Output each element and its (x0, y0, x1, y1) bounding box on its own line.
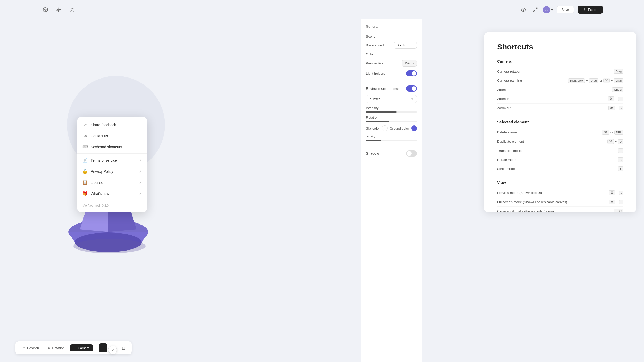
shortcut-preview: Preview mode (Show/Hide UI) ⌘ + \ (497, 188, 623, 197)
expand-icon[interactable] (531, 6, 539, 14)
key-r: R (618, 157, 623, 162)
key-cmd2: ⌘ (608, 96, 614, 101)
menu-item-keyboard-shortcuts[interactable]: ⌨ Keyboard shortcuts (77, 141, 147, 152)
ground-color-label: Ground color (390, 126, 409, 130)
avatar-dropdown[interactable]: ▾ (551, 8, 553, 12)
save-button[interactable]: Save (557, 6, 574, 13)
ground-color-picker[interactable] (411, 125, 417, 131)
terms-external-icon: ↗ (139, 159, 142, 162)
keyboard-shortcuts-label: Keyboard shortcuts (91, 145, 122, 149)
density-slider-row: 'ensity (361, 133, 422, 142)
light-helpers-toggle[interactable] (406, 70, 417, 76)
contact-us-icon: ✉ (82, 133, 88, 138)
shortcut-camera-rotation: Camera rotation Drag (497, 67, 623, 76)
key-cmd5: ⌘ (609, 190, 615, 195)
add-action[interactable]: + (99, 343, 107, 352)
env-select[interactable]: sunset ▾ (366, 95, 417, 103)
sky-color-picker[interactable] (382, 125, 388, 131)
svg-point-2 (71, 8, 73, 11)
menu-item-license[interactable]: 📋 License ↗ (77, 177, 147, 188)
svg-line-5 (71, 8, 71, 8)
svg-line-6 (73, 11, 74, 11)
whats-new-external-icon: ↗ (139, 192, 142, 195)
privacy-external-icon: ↗ (139, 170, 142, 173)
rotation-slider-row: Rotation (361, 114, 422, 124)
shortcuts-section-camera: Camera Camera rotation Drag Camera panni… (497, 59, 623, 113)
shortcuts-title: Shortcuts (497, 42, 623, 51)
view-section-title: View (497, 180, 623, 185)
avatar[interactable]: JE (543, 6, 550, 13)
lightning-icon[interactable] (55, 6, 63, 14)
position-icon: ⊕ (23, 346, 26, 350)
key-esc: ESC (614, 209, 623, 212)
key-backspace: ⌫ (602, 130, 609, 135)
camera-icon: ⊡ (73, 346, 76, 350)
divider (96, 345, 96, 351)
divider1 (361, 81, 422, 81)
perspective-value[interactable]: 15% ▾ (402, 60, 417, 67)
eye-icon[interactable] (519, 6, 528, 14)
svg-line-9 (71, 11, 71, 11)
light-helpers-label: Light helpers (366, 72, 385, 75)
shortcut-scale: Scale mode S (497, 164, 623, 173)
shadow-label: Shadow (366, 151, 379, 156)
svg-marker-1 (57, 7, 61, 12)
menu-item-share-feedback[interactable]: ↗ Share feedback (77, 119, 147, 130)
key-drag3: Drag (614, 78, 623, 83)
rotation-track[interactable] (366, 121, 417, 122)
key-wheel: Wheel (612, 87, 623, 92)
env-reset-button[interactable]: Reset (392, 87, 400, 91)
help-button[interactable]: ? (108, 346, 117, 354)
shortcut-transform: Transform mode T (497, 146, 623, 155)
density-fill (366, 140, 381, 141)
environment-toggle[interactable] (406, 85, 417, 92)
density-track[interactable] (366, 140, 417, 141)
key-rightclick: Right-click (568, 78, 585, 83)
key-drag2: Drag (589, 78, 599, 83)
square-action[interactable]: ◻ (119, 343, 128, 352)
shortcut-delete: Delete element ⌫ or DEL (497, 128, 623, 137)
shadow-toggle[interactable] (406, 150, 417, 157)
tab-camera-label: Camera (78, 346, 90, 350)
menu-item-whats-new[interactable]: 🎁 What's new ↗ (77, 188, 147, 199)
tab-camera[interactable]: ⊡ Camera (70, 344, 93, 351)
shortcut-duplicate: Duplicate element ⌘ + D (497, 137, 623, 146)
environment-label: Environment (366, 87, 386, 91)
menu-item-terms[interactable]: 📄 Terms of service ↗ (77, 155, 147, 166)
context-menu: ↗ Share feedback ✉ Contact us ⌨ Keyboard… (77, 117, 147, 212)
key-d: D (618, 139, 623, 144)
background-select[interactable]: Blank Color Image (394, 42, 417, 49)
shortcuts-section-selected: Selected element Delete element ⌫ or DEL… (497, 120, 623, 173)
share-feedback-label: Share feedback (91, 123, 116, 127)
tab-rotation-label: Rotation (52, 346, 64, 350)
selected-section-title: Selected element (497, 120, 623, 124)
menu-item-privacy[interactable]: 🔒 Privacy Policy ↗ (77, 166, 147, 177)
sun-icon[interactable] (68, 6, 76, 14)
tab-rotation[interactable]: ↻ Rotation (44, 344, 68, 351)
menu-item-contact-us[interactable]: ✉ Contact us (77, 130, 147, 141)
shortcut-fullscreen: Fullscreen mode (Show/Hide resizable can… (497, 197, 623, 207)
svg-point-11 (523, 9, 524, 10)
canvas-area: ⊕ Position ↻ Rotation ⊡ Camera + ↺ ◻ ? G… (0, 19, 644, 362)
color-row: Color (361, 50, 422, 58)
sky-ground-color-row: Sky color Ground color (361, 124, 422, 133)
export-button[interactable]: Export (578, 6, 603, 14)
background-row: Background Blank Color Image (361, 40, 422, 50)
intensity-track[interactable] (366, 111, 417, 113)
key-cmd3: ⌘ (608, 106, 615, 110)
cube-icon[interactable] (41, 6, 49, 14)
svg-point-18 (73, 239, 146, 253)
tab-position-label: Position (27, 346, 39, 350)
svg-line-12 (536, 8, 537, 9)
key-t: T (618, 148, 623, 153)
svg-line-13 (533, 10, 535, 12)
whats-new-label: What's new (91, 192, 109, 196)
env-select-wrapper: sunset ▾ (361, 93, 422, 105)
svg-line-10 (73, 8, 74, 8)
perspective-label: Perspective (366, 61, 383, 65)
menu-divider2 (77, 200, 147, 200)
shortcut-camera-panning: Camera panning Right-click + Drag or ⌘ +… (497, 76, 623, 85)
tab-position[interactable]: ⊕ Position (19, 344, 43, 351)
license-external-icon: ↗ (139, 181, 142, 184)
divider2 (361, 145, 422, 145)
